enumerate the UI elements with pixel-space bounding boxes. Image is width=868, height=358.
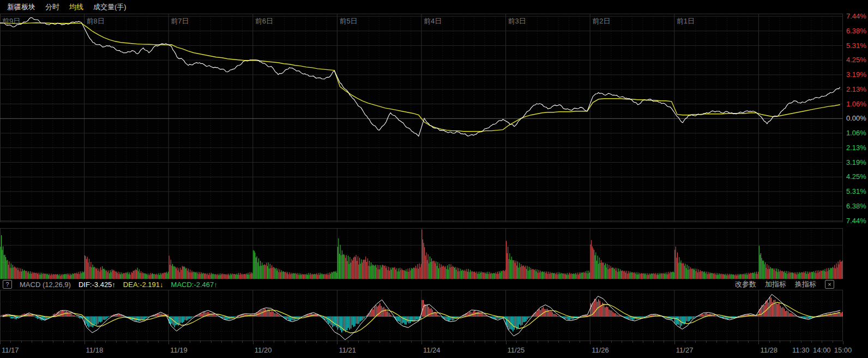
- axis-tick: [42, 341, 43, 343]
- axis-tick: [316, 341, 317, 343]
- price-chart-pane[interactable]: 前9日前8日前7日前6日前5日前4日前3日前2日前1日: [0, 14, 843, 222]
- axis-tick: [105, 341, 106, 343]
- percent-axis: 7.44%6.38%5.31%4.25%3.19%2.13%1.06%0.00%…: [845, 14, 868, 222]
- axis-tick: [137, 341, 137, 343]
- help-icon[interactable]: ?: [3, 280, 12, 289]
- date-label: 11/28: [760, 346, 777, 354]
- axis-tick: [337, 341, 337, 344]
- menu-item-timeshare[interactable]: 分时: [45, 2, 59, 12]
- axis-tick: [706, 341, 707, 343]
- change-params-button[interactable]: 改参数: [735, 279, 756, 289]
- axis-tick: [168, 341, 169, 344]
- date-label: 11/21: [339, 346, 356, 354]
- day-label: 前2日: [592, 16, 610, 26]
- axis-tick: [116, 341, 117, 343]
- axis-tick: [463, 341, 464, 343]
- axis-tick: [232, 341, 232, 343]
- axis-tick: [221, 341, 222, 343]
- axis-tick: [295, 341, 296, 343]
- date-label: 11/25: [508, 346, 525, 354]
- axis-tick: [790, 341, 791, 343]
- axis-tick: [443, 341, 443, 343]
- menu-item-ma[interactable]: 均线: [69, 2, 83, 12]
- day-label: 前4日: [424, 16, 442, 26]
- axis-tick: [21, 341, 22, 343]
- axis-tick: [53, 341, 53, 343]
- axis-tick: [485, 341, 485, 343]
- axis-tick: [358, 341, 359, 343]
- axis-tick: [538, 341, 538, 343]
- day-label: 前3日: [508, 16, 526, 26]
- date-label: 11/27: [676, 346, 694, 354]
- axis-tick: [548, 341, 548, 343]
- sector-title: 新疆板块: [7, 2, 35, 12]
- date-label: 11/19: [170, 346, 188, 354]
- axis-tick: [32, 341, 32, 343]
- y-axis-label: 2.13%: [846, 144, 868, 152]
- y-axis-label: 5.31%: [846, 188, 868, 195]
- macd-pane[interactable]: [0, 290, 843, 341]
- add-indicator-button[interactable]: 加指标: [765, 279, 786, 289]
- axis-tick: [758, 341, 759, 344]
- axis-tick: [601, 341, 601, 343]
- day-label: 前8日: [87, 16, 105, 26]
- axis-tick: [0, 341, 1, 344]
- axis-tick: [748, 341, 749, 343]
- y-axis-label: 1.06%: [846, 100, 868, 108]
- axis-tick: [190, 341, 190, 343]
- date-label: 11/20: [255, 346, 272, 354]
- time-label: 11:30: [792, 346, 810, 354]
- axis-tick: [390, 341, 390, 343]
- axis-tick: [674, 341, 675, 344]
- axis-tick: [148, 341, 148, 343]
- y-axis-label: 4.25%: [846, 173, 868, 181]
- axis-tick: [474, 341, 475, 343]
- axis-tick: [421, 341, 422, 344]
- axis-tick: [695, 341, 696, 343]
- y-axis-label: 6.38%: [846, 202, 868, 210]
- time-label: 15:00: [834, 346, 852, 354]
- axis-tick: [285, 341, 285, 343]
- day-label: 前1日: [677, 16, 695, 26]
- axis-tick: [432, 341, 432, 343]
- y-axis-label: 3.19%: [846, 159, 868, 166]
- axis-tick: [569, 341, 570, 343]
- volume-svg: [0, 228, 843, 279]
- axis-tick: [379, 341, 380, 343]
- time-axis: 11/1711/1811/1911/2011/2111/2411/2511/26…: [0, 341, 868, 358]
- day-label: 前5日: [339, 16, 357, 26]
- y-axis-label: 7.44%: [846, 13, 868, 20]
- switch-indicator-button[interactable]: 换指标: [795, 279, 816, 289]
- menu-item-volume[interactable]: 成交量(手): [93, 2, 126, 12]
- axis-tick: [843, 341, 843, 344]
- axis-tick: [179, 341, 180, 343]
- macd-value: MACD:-2.467↑: [171, 281, 218, 289]
- axis-tick: [716, 341, 717, 343]
- axis-tick: [369, 341, 369, 343]
- date-label: 11/26: [592, 346, 609, 354]
- day-label: 前7日: [171, 16, 189, 26]
- y-axis-label: 1.06%: [846, 129, 868, 137]
- axis-tick: [274, 341, 274, 343]
- date-label: 11/18: [86, 346, 104, 354]
- axis-tick: [664, 341, 664, 343]
- axis-tick: [85, 341, 85, 344]
- axis-tick: [801, 341, 801, 343]
- y-axis-label: 4.25%: [846, 56, 868, 64]
- axis-tick: [411, 341, 412, 343]
- y-axis-label: 7.44%: [846, 217, 868, 225]
- date-label: 11/24: [423, 346, 441, 354]
- axis-tick: [685, 341, 685, 343]
- volume-pane[interactable]: [0, 228, 843, 279]
- dea-value: DEA:-2.191↓: [123, 281, 164, 289]
- y-axis-label: 5.31%: [846, 42, 868, 50]
- axis-tick: [811, 341, 812, 343]
- y-axis-label: 2.13%: [846, 86, 868, 93]
- axis-tick: [158, 341, 159, 343]
- axis-tick: [822, 341, 822, 343]
- close-icon[interactable]: ×: [825, 280, 834, 289]
- axis-tick: [253, 341, 254, 344]
- axis-tick: [580, 341, 580, 343]
- axis-tick: [780, 341, 780, 343]
- header-bar: 新疆板块 分时 均线 成交量(手): [0, 0, 868, 14]
